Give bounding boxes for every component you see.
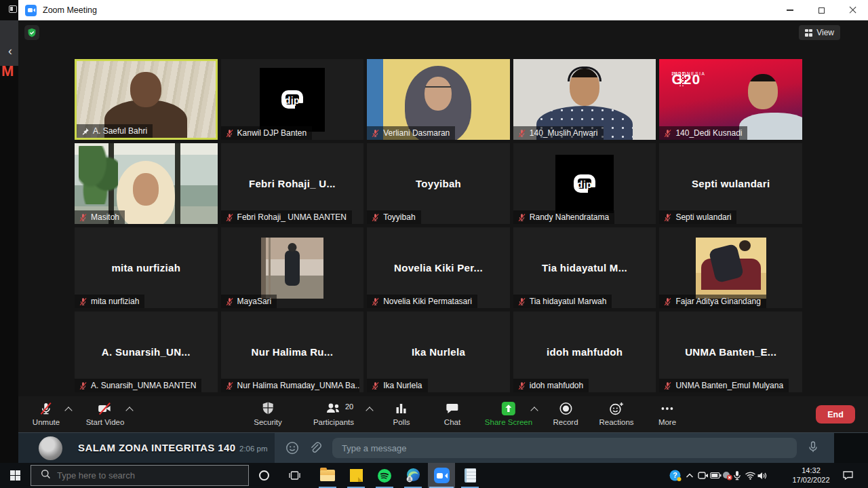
volume-icon[interactable] (757, 463, 768, 488)
battery-icon[interactable] (710, 463, 722, 488)
taskbar-app-zoom[interactable] (428, 463, 455, 488)
security-button[interactable]: Security (254, 401, 282, 426)
participant-name-label: Tia hidayatul Marwah (513, 295, 612, 308)
emoji-icon[interactable] (285, 441, 299, 457)
clock[interactable]: 14:32 17/02/2022 (784, 466, 838, 485)
participant-tile[interactable]: A. Saeful Bahri (75, 59, 218, 140)
participant-name-label: A. Sunarsih_UNMA BANTEN (75, 379, 201, 392)
help-tray-icon[interactable]: ? (669, 463, 682, 488)
spotify-icon (377, 468, 392, 483)
participant-tile[interactable]: Nur Halima Ru...Nur Halima Rumaday_UNMA … (221, 312, 364, 392)
network-icon[interactable] (745, 463, 756, 488)
polls-button[interactable]: Polls (393, 401, 410, 426)
maximize-button[interactable] (806, 0, 837, 20)
start-video-button[interactable]: Start Video (86, 401, 125, 426)
tray-expand-chevron-icon[interactable] (686, 463, 694, 488)
participants-label: Participants (313, 418, 354, 426)
participant-tile[interactable]: mita nurfiziahmita nurfiziah (75, 227, 218, 308)
taskbar-search[interactable] (31, 465, 249, 486)
taskbar-app-file-explorer[interactable] (314, 463, 341, 488)
share-screen-label: Share Screen (485, 418, 532, 426)
muted-mic-icon (79, 213, 87, 222)
participant-tile[interactable]: Ika NurlelaIka Nurlela (367, 312, 510, 392)
gmail-logo: M (1, 62, 14, 80)
participant-name-label: idoh mahfudoh (513, 379, 589, 392)
participant-name: Toyyibah (383, 212, 415, 222)
participant-tile[interactable]: Tia hidayatul M...Tia hidayatul Marwah (513, 227, 656, 308)
chevron-up-icon[interactable] (366, 407, 373, 414)
record-button[interactable]: Record (553, 401, 578, 426)
muted-mic-icon (371, 213, 380, 222)
participant-tile[interactable]: Fajar Aditya Ginandang (659, 227, 802, 308)
participant-tile[interactable]: MayaSari (221, 227, 364, 308)
taskbar-app-notepad[interactable] (456, 463, 484, 488)
minimize-button[interactable] (774, 0, 806, 20)
encryption-shield-icon[interactable] (24, 25, 39, 40)
participant-tile[interactable]: UNMA Banten_E...UNMA Banten_Emul Mulyana (659, 312, 802, 392)
participant-name: Septi wulandari (675, 212, 731, 222)
participant-tile[interactable]: A. Sunarsih_UN...A. Sunarsih_UNMA BANTEN (75, 312, 218, 392)
avatar[interactable] (39, 436, 62, 460)
participant-name: A. Saeful Bahri (93, 126, 147, 136)
start-video-label: Start Video (86, 418, 125, 426)
unmute-label: Unmute (33, 418, 60, 426)
muted-mic-icon (517, 213, 526, 222)
participant-tile[interactable]: Masitoh (75, 143, 218, 224)
meet-now-icon[interactable] (698, 463, 709, 488)
participant-tile[interactable]: G20INDONESIA2022140_Dedi Kusnadi (659, 59, 802, 140)
voice-message-icon[interactable] (807, 440, 819, 457)
participant-name-label: Verliani Dasmaran (367, 126, 455, 140)
sound-error-icon[interactable] (722, 463, 733, 488)
participant-tile[interactable]: 140_Muslih Anwari (513, 59, 656, 140)
view-button[interactable]: View (799, 25, 840, 40)
reactions-button[interactable]: Reactions (599, 401, 633, 426)
taskbar-app-edge[interactable] (399, 463, 427, 488)
action-center-icon[interactable] (842, 463, 854, 488)
participant-name: UNMA Banten_Emul Mulyana (675, 381, 783, 390)
participant-name: A. Sunarsih_UNMA BANTEN (91, 381, 196, 390)
participant-name: Kanwil DJP Banten (237, 128, 307, 138)
participant-name: Nur Halima Rumaday_UNMA Ba... (237, 381, 359, 390)
participants-count-badge: 20 (345, 402, 353, 411)
participant-name-label: Randy Nahendratama (513, 210, 614, 224)
start-button[interactable] (0, 463, 31, 488)
notepad-icon (465, 468, 476, 483)
more-button[interactable]: More (658, 401, 676, 426)
share-screen-button[interactable]: Share Screen (485, 401, 532, 426)
chat-app-overlay: SALAM ZONA INTEGRITAS 140 2:06 pm (18, 432, 868, 463)
muted-mic-icon (225, 129, 234, 138)
participant-tile[interactable]: djpRandy Nahendratama (513, 143, 656, 224)
participant-tile[interactable]: djpKanwil DJP Banten (221, 59, 364, 140)
participant-tile[interactable]: idoh mahfudohidoh mahfudoh (513, 312, 656, 392)
task-view-button[interactable] (289, 470, 300, 484)
participants-icon (325, 401, 342, 416)
taskbar-app-sticky-notes[interactable] (342, 463, 370, 488)
attach-icon[interactable] (309, 441, 322, 457)
participant-tile[interactable]: Septi wulandariSepti wulandari (659, 143, 802, 224)
microphone-tray-icon[interactable] (733, 463, 741, 488)
chat-button[interactable]: Chat (444, 401, 460, 426)
participant-name-label: Novelia Kiki Permatasari (367, 295, 477, 308)
unmute-button[interactable]: Unmute (33, 401, 60, 426)
taskbar-app-spotify[interactable] (371, 463, 398, 488)
end-button[interactable]: End (816, 405, 855, 424)
taskbar-search-input[interactable] (57, 470, 248, 481)
participant-tile[interactable]: Verliani Dasmaran (367, 59, 510, 140)
taskbar: ? 14:32 17/02/2022 (0, 463, 868, 488)
participant-name: Ika Nurlela (383, 381, 422, 390)
muted-mic-icon (663, 381, 672, 390)
chevron-up-icon[interactable] (64, 407, 72, 414)
chat-message-input[interactable] (332, 438, 797, 458)
participant-tile[interactable]: Febri Rohaji_ U...Febri Rohaji_ UNMA BAN… (221, 143, 364, 224)
muted-mic-icon (225, 381, 234, 390)
close-button[interactable] (837, 0, 868, 20)
chat-message-text[interactable]: SALAM ZONA INTEGRITAS 140 (78, 442, 236, 453)
chat-message-time: 2:06 pm (239, 445, 268, 453)
participant-tile[interactable]: Novelia Kiki Per...Novelia Kiki Permatas… (367, 227, 510, 308)
cortana-button[interactable] (259, 470, 269, 481)
record-icon (558, 401, 573, 416)
clock-date: 17/02/2022 (784, 476, 838, 485)
participant-tile[interactable]: ToyyibahToyyibah (367, 143, 510, 224)
chevron-up-icon[interactable] (125, 407, 133, 414)
back-icon[interactable]: ‹ (8, 45, 12, 57)
